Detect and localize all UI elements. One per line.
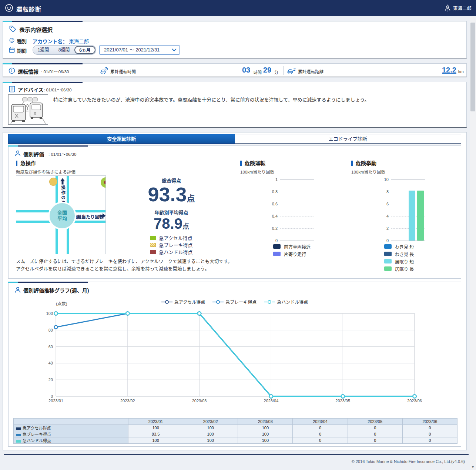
scrollbar-track[interactable]: ▼ <box>470 16 476 470</box>
danger-behavior-subtitle: 100km当たり回数 <box>351 169 385 175</box>
legend-label: 急アクセル得点 <box>159 234 192 241</box>
table-month-header: 2023/06 <box>402 419 457 425</box>
table-series-label: 急ハンドル得点 <box>14 437 128 444</box>
legend-label: 居眠り 長 <box>395 266 414 272</box>
advice-panel: アドバイス : 01/01～06/30 特に注意していただきたいのが、渋滞中の追… <box>3 82 467 128</box>
table-value-cell: 100 <box>238 437 293 444</box>
table-value-cell: 83.5 <box>128 431 183 437</box>
panel-accent-bar <box>3 82 83 83</box>
sudden-operation-label: 急操作 <box>16 161 36 166</box>
table-value-cell: 0 <box>293 431 348 437</box>
series-swatch <box>16 440 21 443</box>
car-time-icon <box>100 67 108 74</box>
legend-item: わき見 短 <box>384 244 414 249</box>
danger-driving-legend: 前方車両接近片寄り走行 <box>273 244 311 256</box>
divider <box>283 66 284 75</box>
filter-panel-title: 表示内容選択 <box>19 26 53 33</box>
table-value-cell: 100 <box>183 437 238 444</box>
legend-label: わき見 短 <box>395 244 414 250</box>
svg-text:2023/05: 2023/05 <box>335 399 350 403</box>
drive-info-period: : 01/01～06/30 <box>41 68 69 74</box>
y-tick-label: 1 <box>263 177 278 182</box>
danger-driving-label: 危険運転 <box>240 161 265 166</box>
period-segmented-control: 1週間 8週間 6ヵ月 <box>33 45 96 55</box>
trend-table-head: 2023/012023/022023/032023/042023/052023/… <box>14 419 457 425</box>
legend-item: わき見 長 <box>384 252 414 256</box>
gridline <box>280 192 314 192</box>
tag-icon <box>9 25 17 33</box>
footer-rule <box>4 454 469 455</box>
gridline <box>280 228 314 229</box>
legend-marker-icon <box>264 300 275 304</box>
arrow-right-icon <box>99 213 106 219</box>
user-icon <box>445 5 450 11</box>
bar-居眠り 短 <box>409 191 415 241</box>
type-label: 種別 <box>17 37 27 44</box>
table-month-header: 2023/03 <box>238 419 293 425</box>
diagnosis-tabs: 安全運転診断 エコドライブ診断 <box>8 134 461 144</box>
gridline <box>280 216 314 216</box>
y-tick-label: 2 <box>374 226 389 231</box>
period-option-1week[interactable]: 1週間 <box>33 46 54 54</box>
svg-text:2023/02: 2023/02 <box>120 399 135 403</box>
legend-item-accel: 急アクセル得点 <box>150 234 192 241</box>
table-value-cell: 100 <box>238 425 293 431</box>
score-block: 総合得点 93.3点 年齢別平均得点 78.9点 急アクセル得点 急ブレーキ得点 <box>110 177 232 255</box>
scrollbar-down-arrow-icon[interactable]: ▼ <box>471 465 475 469</box>
calendar-icon <box>9 47 15 53</box>
table-value-cell: 100 <box>128 437 183 444</box>
svg-text:2023/06: 2023/06 <box>407 399 422 403</box>
line-急ハンドル得点 <box>56 313 415 396</box>
trend-y-unit: (点数) <box>56 301 67 306</box>
individual-period: : 01/01～06/30 <box>48 151 76 157</box>
account-name-link[interactable]: 東海二郎 <box>69 39 89 44</box>
gridline <box>391 241 425 241</box>
point-急ハンドル得点-2023/04 <box>269 395 273 398</box>
period-option-6month-selected[interactable]: 6ヵ月 <box>74 46 95 54</box>
trend-panel: 個別評価推移グラフ(週、月) 急アクセル得点急ブレーキ得点急ハンドル得点 (点数… <box>8 282 461 447</box>
total-score-unit: 点 <box>187 194 195 203</box>
legend-swatch-brake <box>150 243 156 247</box>
diagnosis-container: 安全運転診断 エコドライブ診断 個別評価 : 01/01～06/30 急操作 頻… <box>3 132 467 450</box>
y-tick-label: 0 <box>374 238 389 243</box>
drive-info-title: 運転情報 <box>18 68 38 75</box>
period-option-8week[interactable]: 8週間 <box>54 46 74 54</box>
legend-swatch <box>384 259 392 263</box>
table-corner-cell <box>14 419 128 425</box>
svg-text:100: 100 <box>46 311 53 316</box>
type-smiley-icon <box>9 38 14 43</box>
tab-safe-driving[interactable]: 安全運転診断 <box>8 134 235 144</box>
account-label: アカウント名： <box>33 39 68 44</box>
total-score-value: 93.3点 <box>110 184 232 205</box>
tab-eco-drive[interactable]: エコドライブ診断 <box>235 134 462 144</box>
nav-user[interactable]: 東海二郎 <box>443 0 473 16</box>
y-tick-label: 0 <box>263 238 278 243</box>
table-month-header: 2023/04 <box>293 419 348 425</box>
panel-accent-bar <box>8 282 88 283</box>
total-time-label: 累計運転時間 <box>110 68 136 74</box>
table-row: 急ブレーキ得点83.5100100000 <box>14 431 457 437</box>
scrollbar-thumb[interactable] <box>470 23 475 111</box>
table-value-cell: 0 <box>293 425 348 431</box>
panel-accent-bar <box>3 21 83 22</box>
table-value-cell: 0 <box>348 425 402 431</box>
advice-period: : 01/01～06/30 <box>44 87 71 93</box>
y-tick-label: 0.4 <box>263 214 278 218</box>
danger-driving-chart: 00.20.40.60.81 <box>280 179 314 241</box>
svg-text:2023/04: 2023/04 <box>264 399 279 403</box>
legend-label: 片寄り走行 <box>284 251 306 257</box>
legend-item: 片寄り走行 <box>273 252 311 256</box>
car-distance-icon <box>287 67 296 74</box>
svg-text:2023/01: 2023/01 <box>48 399 63 403</box>
hours-unit: 時間 <box>254 69 262 75</box>
gridline <box>391 179 425 180</box>
svg-text:0: 0 <box>51 394 53 399</box>
app-logo-smiley-icon <box>5 4 13 12</box>
legend-swatch <box>273 244 281 249</box>
table-value-cell: 100 <box>183 431 238 437</box>
total-distance-value[interactable]: 12.2 <box>442 66 456 74</box>
table-row: 急アクセル得点100100100000 <box>14 425 457 431</box>
date-range-dropdown[interactable]: 2021/07/01 ～ 2021/12/31 <box>99 45 180 55</box>
total-hours-value: 03 <box>242 66 250 74</box>
table-value-cell: 100 <box>238 431 293 437</box>
